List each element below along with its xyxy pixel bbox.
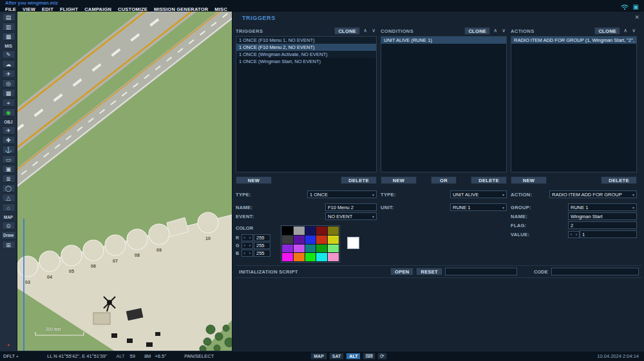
green-stepper[interactable]: ‹› — [242, 242, 253, 249]
warehouse-icon[interactable]: ⌂ — [2, 203, 15, 212]
conditions-list[interactable]: UNIT ALIVE (RUNE 1) — [381, 36, 507, 172]
condition-unit-select[interactable]: RUNE 1▾ — [450, 203, 507, 211]
decrement-icon[interactable]: ‹ — [242, 235, 247, 241]
action-value-input[interactable]: 1 — [580, 230, 637, 238]
color-swatch[interactable] — [316, 236, 327, 244]
red-value-input[interactable]: 255 — [254, 234, 270, 241]
green-value-input[interactable]: 255 — [254, 242, 270, 249]
color-swatch[interactable] — [305, 236, 316, 244]
trigger-list-item[interactable]: 1 ONCE (Wingman Activate, NO EVENT) — [236, 51, 376, 58]
condition-type-select[interactable]: UNIT ALIVE▾ — [450, 190, 507, 198]
move-action-down-icon[interactable]: ∨ — [630, 27, 637, 35]
save-mission-icon[interactable]: ▥ — [2, 23, 15, 31]
keyboard-icon[interactable]: ⌨ — [363, 353, 375, 360]
triggers-list[interactable]: 1 ONCE (F10 Menu 1, NO EVENT)1 ONCE (F10… — [236, 36, 377, 172]
grid-icon[interactable]: ▦ — [2, 89, 15, 97]
static-object-icon[interactable]: ▣ — [2, 165, 15, 173]
profile-selector[interactable]: DFLT — [3, 353, 15, 359]
map-viewport[interactable]: 200 feet 0304050607080910 — [17, 12, 232, 351]
weather-icon[interactable]: ☁ — [2, 60, 15, 68]
delete-action-button[interactable]: DELETE — [601, 176, 637, 184]
color-swatch[interactable] — [282, 236, 293, 244]
action-flag-input[interactable]: 2 — [568, 221, 637, 229]
draw-tool-button[interactable]: Draw — [1, 231, 16, 239]
template-icon[interactable]: ≣ — [2, 174, 15, 183]
clone-condition-button[interactable]: CLONE — [464, 27, 490, 35]
move-trigger-up-icon[interactable]: ∧ — [362, 27, 368, 35]
increment-icon[interactable]: › — [574, 232, 579, 237]
pan-icon[interactable]: ⊞ — [2, 241, 15, 249]
alt-mode-button[interactable]: ALT — [346, 353, 361, 360]
color-swatch[interactable] — [328, 236, 339, 244]
move-condition-up-icon[interactable]: ∧ — [492, 27, 498, 35]
delete-trigger-button[interactable]: DELETE — [341, 176, 377, 184]
window-mode-icon[interactable]: ▣ — [633, 3, 639, 11]
clone-trigger-button[interactable]: CLONE — [334, 27, 360, 35]
color-swatch[interactable] — [328, 245, 339, 253]
red-stepper[interactable]: ‹› — [242, 234, 253, 241]
color-swatch[interactable] — [305, 253, 316, 261]
sat-mode-button[interactable]: SAT — [329, 353, 344, 360]
reset-script-button[interactable]: RESET — [416, 268, 442, 275]
move-action-up-icon[interactable]: ∧ — [622, 27, 629, 35]
or-condition-button[interactable]: OR — [431, 176, 457, 184]
color-swatch[interactable] — [328, 253, 339, 261]
color-swatch[interactable] — [316, 253, 327, 261]
color-swatch[interactable] — [282, 245, 293, 253]
pencil-icon[interactable]: ✎ — [2, 50, 15, 59]
open-mission-icon[interactable]: ▤ — [2, 13, 15, 21]
move-condition-down-icon[interactable]: ∨ — [500, 27, 507, 35]
trigger-list-item[interactable]: 1 ONCE (Wingman Start, NO EVENT) — [236, 58, 376, 65]
actions-list[interactable]: RADIO ITEM ADD FOR GROUP (1, Wingman Sta… — [511, 36, 637, 172]
action-group-select[interactable]: RUNE 1▾ — [568, 203, 637, 211]
decrement-icon[interactable]: ‹ — [242, 243, 247, 248]
value-stepper[interactable]: ‹› — [568, 231, 580, 238]
airplane-icon[interactable]: ✈ — [2, 69, 15, 78]
shapes-icon[interactable]: △ — [2, 194, 15, 202]
condition-list-item[interactable]: UNIT ALIVE (RUNE 1) — [381, 37, 506, 44]
code-input[interactable] — [551, 268, 639, 275]
trigger-name-input[interactable]: F10 Menu 2 — [325, 203, 377, 211]
ship-unit-icon[interactable]: ⚓ — [2, 145, 15, 154]
trigger-type-select[interactable]: 1 ONCE▾ — [307, 190, 377, 198]
color-swatch[interactable] — [294, 253, 305, 261]
blue-value-input[interactable]: 255 — [254, 250, 270, 257]
decrement-icon[interactable]: ‹ — [569, 232, 574, 237]
mission-settings-icon[interactable]: ▦ — [2, 32, 15, 41]
action-list-item[interactable]: RADIO ITEM ADD FOR GROUP (1, Wingman Sta… — [511, 37, 636, 44]
clone-action-button[interactable]: CLONE — [594, 27, 620, 35]
open-script-button[interactable]: OPEN — [390, 268, 413, 275]
trigger-event-select[interactable]: NO EVENT▾ — [325, 212, 377, 220]
new-action-button[interactable]: NEW — [511, 176, 547, 184]
new-condition-button[interactable]: NEW — [381, 176, 417, 184]
color-swatch[interactable] — [316, 227, 327, 235]
trigger-list-item[interactable]: 1 ONCE (F10 Menu 2, NO EVENT) — [236, 44, 376, 51]
helicopter-unit-icon[interactable]: ✚ — [2, 136, 15, 144]
color-swatch[interactable] — [294, 236, 305, 244]
add-unit-icon[interactable]: ◉ — [2, 108, 15, 116]
color-swatch[interactable] — [328, 227, 339, 235]
color-swatch[interactable] — [305, 227, 316, 235]
new-trigger-button[interactable]: NEW — [236, 176, 272, 184]
color-swatch[interactable] — [316, 245, 327, 253]
increment-icon[interactable]: › — [247, 243, 252, 248]
increment-icon[interactable]: › — [247, 250, 252, 256]
blue-stepper[interactable]: ‹› — [242, 250, 253, 257]
delete-condition-button[interactable]: DELETE — [471, 176, 507, 184]
action-name-input[interactable]: Wingman Start — [568, 212, 637, 220]
trigger-list-item[interactable]: 1 ONCE (F10 Menu 1, NO EVENT) — [236, 37, 376, 44]
decrement-icon[interactable]: ‹ — [242, 250, 247, 256]
refresh-icon[interactable]: ⟳ — [377, 353, 387, 360]
color-swatch[interactable] — [282, 227, 293, 235]
color-swatch[interactable] — [294, 227, 305, 235]
close-icon[interactable]: ✕ — [634, 14, 639, 21]
measure-icon[interactable]: ⌖ — [2, 98, 15, 107]
map-layers-icon[interactable]: ⊙ — [2, 221, 15, 230]
increment-icon[interactable]: › — [247, 235, 252, 241]
action-type-select[interactable]: RADIO ITEM ADD FOR GROUP▾ — [549, 190, 637, 198]
color-swatch[interactable] — [294, 245, 305, 253]
bullseye-icon[interactable]: ◎ — [2, 79, 15, 88]
vehicle-unit-icon[interactable]: ▭ — [2, 155, 15, 163]
airplane-unit-icon[interactable]: ✈ — [2, 126, 15, 134]
move-trigger-down-icon[interactable]: ∨ — [370, 27, 377, 35]
